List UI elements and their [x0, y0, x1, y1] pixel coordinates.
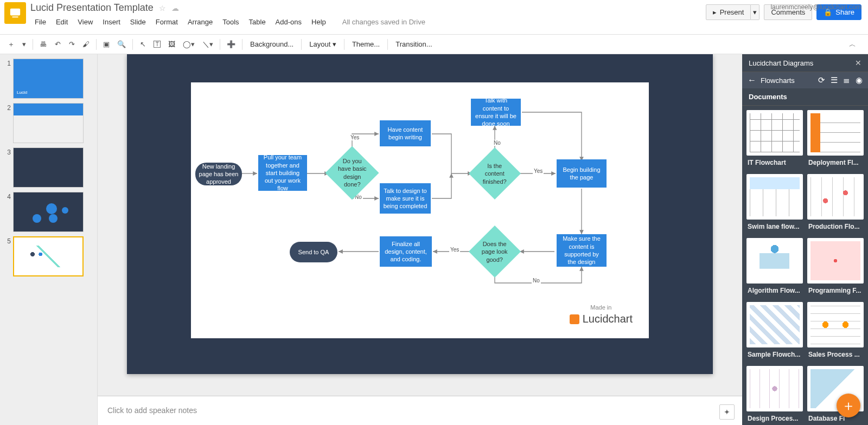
insert-comment-button[interactable]: ➕ — [224, 38, 239, 51]
lucidchart-wordmark: Lucidchart — [583, 313, 633, 325]
node-design-done[interactable]: Do you have basic design done? — [326, 146, 379, 200]
doc-card[interactable]: Production Flo... — [807, 174, 864, 234]
made-in-label: Made in — [570, 304, 633, 311]
line-button[interactable]: ＼▾ — [199, 38, 216, 51]
move-to-folder-icon[interactable]: ☁ — [171, 4, 179, 12]
node-pull-team[interactable]: Pull your team together and start buildi… — [258, 155, 307, 191]
account-icon[interactable]: ◉ — [856, 75, 863, 85]
doc-card[interactable]: Design Proces... — [746, 366, 803, 425]
select-tool-button[interactable]: ↖ — [136, 38, 149, 51]
menu-addons[interactable]: Add-ons — [271, 16, 306, 28]
menu-slide[interactable]: Slide — [126, 16, 150, 28]
doc-card[interactable]: Swim lane flow... — [746, 174, 803, 234]
new-diagram-fab[interactable]: ＋ — [837, 394, 860, 417]
menu-format[interactable]: Format — [151, 16, 182, 28]
menu-arrange[interactable]: Arrange — [183, 16, 217, 28]
present-dropdown-button[interactable]: ▾ — [751, 4, 760, 20]
node-send-qa[interactable]: Send to QA — [290, 242, 337, 262]
toolbar: ＋ ▾ 🖶 ↶ ↷ 🖌 ▣ 🔍 ↖ 🅃 🖼 ◯▾ ＼▾ ➕ Background… — [0, 35, 868, 54]
doc-thumbnail — [807, 110, 864, 156]
speaker-notes-placeholder: Click to add speaker notes — [107, 406, 197, 415]
doc-label: Sales Process ... — [807, 347, 864, 362]
zoom-fit-button[interactable]: ▣ — [100, 38, 113, 51]
doc-thumbnail — [807, 302, 864, 347]
doc-label: Sample Flowch... — [746, 347, 803, 362]
node-content-finished[interactable]: Is the content finished? — [469, 147, 521, 199]
zoom-button[interactable]: 🔍 — [114, 38, 129, 51]
doc-label: Algorithm Flow... — [746, 284, 803, 298]
svg-rect-1 — [12, 16, 18, 17]
close-icon[interactable]: ✕ — [855, 59, 861, 67]
doc-thumbnail — [746, 174, 803, 220]
star-icon[interactable]: ☆ — [159, 4, 166, 12]
slide-thumbnail-4[interactable] — [13, 192, 84, 232]
new-slide-dropdown[interactable]: ▾ — [19, 38, 29, 51]
menu-edit[interactable]: Edit — [52, 16, 72, 28]
doc-thumbnail — [807, 174, 864, 220]
slide-thumbnail-1[interactable] — [13, 59, 84, 99]
undo-button[interactable]: ↶ — [51, 38, 64, 51]
node-finalize[interactable]: Finalize all design, content, and coding… — [380, 236, 432, 267]
back-icon[interactable]: ← — [748, 75, 756, 85]
menu-tools[interactable]: Tools — [218, 16, 243, 28]
transition-button[interactable]: Transition... — [391, 38, 436, 50]
slide-content[interactable]: Yes No No Yes Yes No New landing page ha… — [191, 82, 649, 338]
edge-label-yes: Yes — [349, 134, 360, 140]
thumb-number: 4 — [2, 192, 11, 232]
background-button[interactable]: Background... — [246, 38, 298, 50]
speaker-notes[interactable]: Click to add speaker notes ✦ — [98, 396, 742, 425]
edge-label-no: No — [493, 140, 502, 146]
user-email[interactable]: laurenmcneely@lucidchart.com — [770, 3, 861, 11]
doc-card[interactable]: Sample Flowch... — [746, 302, 803, 362]
menu-view[interactable]: View — [73, 16, 97, 28]
node-have-content[interactable]: Have content begin writing — [380, 120, 431, 146]
doc-card[interactable]: Programming F... — [807, 238, 864, 298]
list-view-icon[interactable]: ≣ — [843, 75, 850, 85]
node-start[interactable]: New landing page has been approved — [195, 163, 242, 185]
new-slide-button[interactable]: ＋ — [4, 38, 18, 51]
doc-card[interactable]: Sales Process ... — [807, 302, 864, 362]
thumb-number: 3 — [2, 147, 11, 188]
slide-thumbnail-2[interactable] — [13, 103, 84, 143]
shape-button[interactable]: ◯▾ — [180, 38, 198, 51]
doc-thumbnail — [807, 238, 864, 284]
node-supported[interactable]: Make sure the content is supported by th… — [557, 234, 607, 267]
menu-table[interactable]: Table — [245, 16, 270, 28]
node-looks-good[interactable]: Does the page look good? — [469, 226, 521, 278]
menu-help[interactable]: Help — [307, 16, 330, 28]
sidebar-document-grid[interactable]: IT Flowchart Deployment Fl... Swim lane … — [742, 106, 868, 425]
textbox-button[interactable]: 🅃 — [150, 38, 164, 51]
slide-thumbnail-3[interactable] — [13, 147, 84, 188]
slide-filmstrip[interactable]: 1 2 3 4 5 — [0, 54, 98, 425]
print-button[interactable]: 🖶 — [36, 38, 50, 51]
doc-card[interactable]: Deployment Fl... — [807, 110, 864, 170]
layout-button[interactable]: Layout ▾ — [305, 38, 341, 50]
refresh-icon[interactable]: ⟳ — [818, 75, 825, 85]
image-button[interactable]: 🖼 — [165, 38, 178, 51]
doc-card[interactable]: Algorithm Flow... — [746, 238, 803, 298]
document-title[interactable]: Lucid Presentation Template — [30, 2, 154, 14]
collapse-toolbar-button[interactable]: ︿ — [846, 38, 859, 51]
sort-icon[interactable]: ☰ — [831, 75, 838, 85]
explore-button[interactable]: ✦ — [719, 404, 735, 420]
doc-card[interactable]: IT Flowchart — [746, 110, 803, 170]
edge-label-yes: Yes — [449, 247, 460, 253]
node-begin-build[interactable]: Begin building the page — [557, 159, 607, 188]
redo-button[interactable]: ↷ — [65, 38, 78, 51]
doc-thumbnail — [746, 302, 803, 347]
slides-app-icon[interactable] — [4, 2, 26, 24]
canvas-area: Yes No No Yes Yes No New landing page ha… — [98, 54, 742, 425]
node-talk-design[interactable]: Talk to design to make sure it is being … — [380, 183, 431, 214]
doc-thumbnail — [746, 238, 803, 284]
doc-label: Deployment Fl... — [807, 156, 864, 170]
menu-insert[interactable]: Insert — [98, 16, 125, 28]
node-talk-content[interactable]: Talk with content to ensure it will be d… — [471, 99, 521, 126]
theme-button[interactable]: Theme... — [348, 38, 384, 50]
present-button[interactable]: ▸ Present — [706, 4, 751, 20]
slide-stage[interactable]: Yes No No Yes Yes No New landing page ha… — [127, 54, 713, 374]
menu-file[interactable]: File — [30, 16, 50, 28]
paint-format-button[interactable]: 🖌 — [79, 38, 93, 51]
slide-thumbnail-5[interactable] — [13, 236, 84, 276]
menu-bar: File Edit View Insert Slide Format Arran… — [30, 16, 699, 28]
sidebar-breadcrumb[interactable]: Flowcharts — [761, 76, 795, 85]
